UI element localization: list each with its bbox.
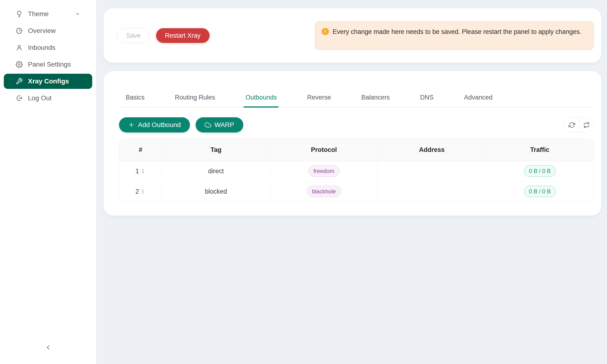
index-cell: 2 <box>119 181 162 202</box>
repeat-icon <box>583 122 590 128</box>
tab-reverse[interactable]: Reverse <box>307 79 331 107</box>
restart-xray-button[interactable]: Restart Xray <box>156 28 210 43</box>
more-vertical-icon <box>140 187 145 195</box>
sidebar-item-inbounds[interactable]: Inbounds <box>4 40 92 55</box>
toolbar-card: Save Restart Xray ! Every change made he… <box>104 8 601 63</box>
toolbar-buttons: Save Restart Xray <box>117 28 210 43</box>
tag-cell: blocked <box>162 181 270 202</box>
lightbulb-icon <box>16 11 23 17</box>
sidebar-item-label: Theme <box>28 10 69 18</box>
column-header-: # <box>119 139 162 161</box>
sidebar-item-theme[interactable]: Theme <box>4 6 92 22</box>
app-window: ThemeOverviewInboundsPanel SettingsXray … <box>0 0 607 364</box>
sidebar-item-label: Xray Configs <box>28 78 80 85</box>
table-row: 1directfreedom0 B / 0 B <box>119 161 594 181</box>
row-index: 2 <box>135 188 139 195</box>
sidebar-item-panel-settings[interactable]: Panel Settings <box>4 57 92 72</box>
tab-dns[interactable]: DNS <box>420 79 434 107</box>
sidebar: ThemeOverviewInboundsPanel SettingsXray … <box>0 0 96 364</box>
row-menu-button[interactable] <box>140 167 145 175</box>
add-outbound-label: Add Outbound <box>138 121 181 129</box>
sidebar-item-label: Panel Settings <box>28 61 80 68</box>
traffic-cell: 0 B / 0 B <box>486 161 594 181</box>
actions-row: Add Outbound WARP <box>119 117 594 132</box>
main-content: Save Restart Xray ! Every change made he… <box>96 0 607 364</box>
refresh-button[interactable] <box>564 117 579 132</box>
sidebar-nav: ThemeOverviewInboundsPanel SettingsXray … <box>0 6 96 106</box>
toggle-layout-button[interactable] <box>579 117 594 132</box>
gear-icon <box>16 61 23 68</box>
restart-warning-alert: ! Every change made here needs to be sav… <box>315 21 594 50</box>
warp-label: WARP <box>215 121 234 129</box>
warp-button[interactable]: WARP <box>196 117 243 132</box>
table-header-row: #TagProtocolAddressTraffic <box>119 139 594 161</box>
chevron-down-icon <box>75 11 80 17</box>
sidebar-item-log-out[interactable]: Log Out <box>4 91 92 106</box>
column-header-protocol: Protocol <box>270 139 378 161</box>
column-header-traffic: Traffic <box>486 139 594 161</box>
gauge-icon <box>16 27 23 34</box>
add-outbound-button[interactable]: Add Outbound <box>119 117 190 132</box>
xray-configs-card: BasicsRouting RulesOutboundsReverseBalan… <box>104 71 601 216</box>
protocol-badge: freedom <box>308 165 339 177</box>
tab-balancers[interactable]: Balancers <box>361 79 390 107</box>
column-header-tag: Tag <box>162 139 270 161</box>
index-cell: 1 <box>119 161 162 181</box>
save-button[interactable]: Save <box>117 28 150 43</box>
address-cell <box>378 181 486 202</box>
cloud-icon <box>205 122 211 128</box>
table-row: 2blockedblackhole0 B / 0 B <box>119 181 594 202</box>
tab-outbounds[interactable]: Outbounds <box>245 79 277 107</box>
wrench-icon <box>16 78 23 85</box>
sync-icon <box>568 122 575 128</box>
row-menu-button[interactable] <box>140 187 145 195</box>
traffic-badge: 0 B / 0 B <box>524 186 556 197</box>
exclamation-circle-icon: ! <box>322 28 329 35</box>
sidebar-item-label: Log Out <box>28 94 80 102</box>
chevron-left-icon <box>45 344 52 351</box>
tag-value: blocked <box>205 188 227 195</box>
column-header-address: Address <box>378 139 486 161</box>
outbounds-table: #TagProtocolAddressTraffic 1directfreedo… <box>119 139 594 202</box>
plus-icon <box>128 122 135 128</box>
traffic-badge: 0 B / 0 B <box>524 165 556 177</box>
traffic-cell: 0 B / 0 B <box>486 181 594 202</box>
sidebar-item-label: Overview <box>28 27 80 35</box>
sidebar-item-xray-configs[interactable]: Xray Configs <box>4 74 92 89</box>
tag-cell: direct <box>162 161 270 181</box>
protocol-cell: freedom <box>270 161 378 181</box>
actions-left: Add Outbound WARP <box>119 117 243 132</box>
tab-basics[interactable]: Basics <box>126 79 145 107</box>
address-cell <box>378 161 486 181</box>
protocol-badge: blackhole <box>307 186 341 197</box>
row-index: 1 <box>135 168 139 175</box>
tab-advanced[interactable]: Advanced <box>464 79 492 107</box>
more-vertical-icon <box>140 167 145 175</box>
tabs-bar: BasicsRouting RulesOutboundsReverseBalan… <box>119 79 594 108</box>
tag-value: direct <box>208 168 224 175</box>
table-tools <box>564 117 594 132</box>
protocol-cell: blackhole <box>270 181 378 202</box>
sidebar-item-overview[interactable]: Overview <box>4 23 92 39</box>
sidebar-collapse-button[interactable] <box>45 344 52 352</box>
sidebar-item-label: Inbounds <box>28 44 80 52</box>
logout-icon <box>16 94 23 102</box>
alert-text: Every change made here needs to be saved… <box>333 27 581 37</box>
user-icon <box>16 44 23 51</box>
tab-routing-rules[interactable]: Routing Rules <box>175 79 215 107</box>
